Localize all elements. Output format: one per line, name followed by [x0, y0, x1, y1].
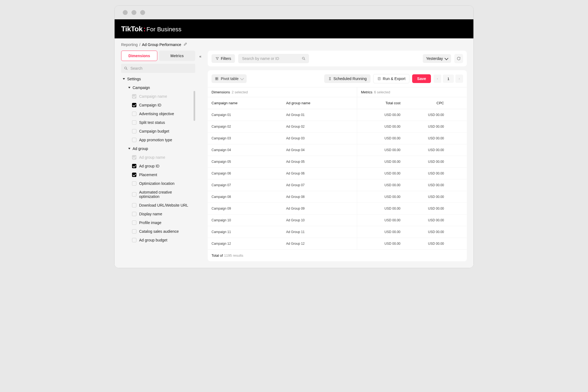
cell-adgroup: Ad Group 01: [282, 109, 357, 121]
tab-metrics[interactable]: Metrics: [159, 51, 195, 61]
save-button[interactable]: Save: [412, 74, 431, 83]
cell-cpc: USD 00.00: [404, 203, 448, 214]
col-campaign-name[interactable]: Campaign name: [208, 97, 282, 109]
table-row[interactable]: Campaign 02Ad Group 02USD 00.00USD 00.00: [208, 121, 467, 133]
hourglass-icon: [328, 77, 332, 81]
table-row[interactable]: Campaign 06Ad Group 06USD 00.00USD 00.00: [208, 168, 467, 179]
dimension-item[interactable]: Placement: [131, 170, 194, 179]
dimension-item[interactable]: App promotion type: [131, 136, 194, 144]
checkbox[interactable]: [132, 120, 136, 125]
brand-colon: :: [143, 25, 146, 33]
dimension-item[interactable]: Profile image: [131, 218, 194, 227]
breadcrumb: Reporting / Ad Group Performance: [115, 38, 473, 51]
cell-tail: [448, 226, 467, 238]
tree-adgroup[interactable]: Ad group: [127, 144, 194, 153]
svg-rect-4: [215, 77, 216, 78]
cell-cpc: USD 00.00: [404, 156, 448, 167]
cell-campaign: Campaign 07: [208, 179, 282, 191]
main-search[interactable]: [238, 54, 309, 63]
checkbox[interactable]: [132, 238, 136, 242]
dimension-item[interactable]: Ad group ID: [131, 162, 194, 170]
filters-label: Filters: [221, 56, 231, 61]
dimension-item[interactable]: Automated creative optimization: [131, 188, 194, 201]
caret-icon: [123, 78, 125, 80]
dimension-item[interactable]: Campaign budget: [131, 127, 194, 136]
dimension-item-label: Campaign ID: [139, 103, 161, 107]
sidebar-scrollbar-thumb[interactable]: [194, 91, 195, 121]
checkbox[interactable]: [132, 112, 136, 116]
pager-prev[interactable]: ‹: [434, 75, 441, 83]
cell-campaign: Campaign 10: [208, 215, 282, 226]
cell-campaign: Campaign 03: [208, 133, 282, 144]
table-row[interactable]: Campaign 10Ad Group 10USD 00.00USD 00.00: [208, 215, 467, 226]
checkbox[interactable]: [132, 192, 136, 197]
sidebar-search-input[interactable]: [130, 66, 192, 71]
dimension-item[interactable]: Optimization location: [131, 179, 194, 188]
pager-page[interactable]: 1: [443, 75, 454, 83]
col-adgroup-name[interactable]: Ad group name: [282, 97, 357, 109]
export-icon: [377, 77, 381, 81]
table-row[interactable]: Campaign 08Ad Group 08USD 00.00USD 00.00: [208, 191, 467, 203]
filters-button[interactable]: Filters: [212, 54, 235, 63]
refresh-button[interactable]: [454, 54, 463, 63]
collapse-sidebar-icon[interactable]: «: [197, 52, 203, 60]
table-toolbar: Pivot table Scheduled Running Run & Expo…: [208, 70, 467, 87]
scheduled-running-button[interactable]: Scheduled Running: [324, 74, 370, 83]
table-row[interactable]: Campaign 05Ad Group 05USD 00.00USD 00.00: [208, 156, 467, 168]
table-row[interactable]: Campaign 09Ad Group 09USD 00.00USD 00.00: [208, 203, 467, 215]
sidebar-tabs: Dimensions Metrics: [121, 51, 195, 61]
dimension-item[interactable]: Campaign ID: [131, 101, 194, 109]
cell-tail: [448, 215, 467, 226]
checkbox[interactable]: [132, 212, 136, 216]
checkbox[interactable]: [132, 164, 136, 168]
col-cpc[interactable]: CPC: [404, 97, 448, 109]
dimension-item[interactable]: Split test status: [131, 118, 194, 127]
cell-adgroup: Ad Group 05: [282, 156, 357, 167]
checkbox[interactable]: [132, 181, 136, 186]
checkbox[interactable]: [132, 220, 136, 225]
edit-icon[interactable]: [183, 42, 187, 47]
dimension-item-label: App promotion type: [139, 138, 172, 142]
tree-settings[interactable]: Settings: [121, 75, 194, 83]
tree-campaign-label: Campaign: [133, 85, 150, 90]
checkbox[interactable]: [132, 203, 136, 207]
pager-next[interactable]: ›: [455, 75, 463, 83]
run-export-button[interactable]: Run & Export: [373, 74, 409, 83]
dimension-item[interactable]: Ad group budget: [131, 236, 194, 244]
dimension-item[interactable]: Display name: [131, 210, 194, 218]
col-total-cost[interactable]: Total cost: [357, 97, 404, 109]
checkbox[interactable]: [132, 103, 136, 107]
checkbox[interactable]: [132, 129, 136, 133]
main-search-input[interactable]: [242, 56, 300, 61]
tab-dimensions[interactable]: Dimensions: [121, 51, 157, 61]
table-row[interactable]: Campaign 12Ad Group 12USD 00.00USD 00.00: [208, 238, 467, 250]
dimension-item-label: Placement: [139, 173, 157, 177]
cell-cpc: USD 00.00: [404, 109, 448, 121]
checkbox[interactable]: [132, 229, 136, 234]
cell-cpc: USD 00.00: [404, 191, 448, 203]
chevron-down-icon: [240, 76, 244, 80]
dimension-item[interactable]: Catalog sales audience: [131, 227, 194, 236]
dimension-item-label: Automated creative optimization: [139, 190, 193, 199]
checkbox[interactable]: [132, 138, 136, 142]
view-select[interactable]: Pivot table: [212, 74, 247, 83]
sidebar-search[interactable]: [121, 64, 195, 73]
breadcrumb-parent[interactable]: Reporting: [121, 42, 138, 47]
metrics-count: 6 selected: [374, 90, 390, 94]
col-tail: [448, 97, 467, 109]
dimension-item[interactable]: Download URL/Website URL: [131, 201, 194, 210]
table-row[interactable]: Campaign 01Ad Group 01USD 00.00USD 00.00: [208, 109, 467, 121]
tree-campaign[interactable]: Campaign: [127, 83, 194, 92]
table-row[interactable]: Campaign 03Ad Group 03USD 00.00USD 00.00: [208, 133, 467, 144]
app: TikTok : For Business Reporting / Ad Gro…: [115, 19, 473, 268]
dimension-item[interactable]: Advertising objective: [131, 109, 194, 118]
dimensions-tree: Settings Campaign Campaign nameCampaign …: [121, 75, 194, 244]
table-row[interactable]: Campaign 11Ad Group 11USD 00.00USD 00.00: [208, 226, 467, 238]
checkbox[interactable]: [132, 173, 136, 177]
sidebar-scrollbar[interactable]: [194, 91, 195, 244]
date-picker[interactable]: Yesterday: [423, 54, 451, 63]
table-row[interactable]: Campaign 07Ad Group 07USD 00.00USD 00.00: [208, 179, 467, 191]
brand-suffix: For Business: [146, 26, 181, 33]
svg-rect-6: [215, 79, 216, 80]
table-row[interactable]: Campaign 04Ad Group 04USD 00.00USD 00.00: [208, 144, 467, 156]
